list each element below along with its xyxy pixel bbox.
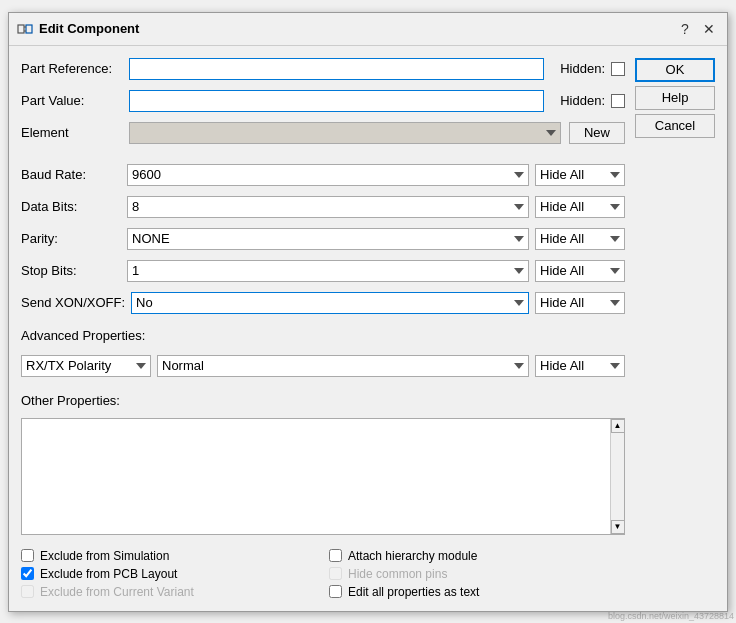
title-bar: Edit Component ? ✕ [9, 13, 727, 46]
scroll-down-btn[interactable]: ▼ [611, 520, 625, 534]
send-xon-label: Send XON/XOFF: [21, 295, 125, 310]
close-button[interactable]: ✕ [699, 19, 719, 39]
exclude-pcb-row: Exclude from PCB Layout [21, 567, 317, 581]
svg-rect-1 [26, 25, 32, 33]
help-button[interactable]: Help [635, 86, 715, 110]
checkboxes-area: Exclude from Simulation Exclude from PCB… [21, 549, 625, 599]
dialog-body: Part Reference: Hidden: Part Value: Hidd… [9, 46, 727, 611]
exclude-variant-row: Exclude from Current Variant [21, 585, 317, 599]
title-bar-controls: ? ✕ [675, 19, 719, 39]
attach-hierarchy-row: Attach hierarchy module [329, 549, 625, 563]
part-reference-label: Part Reference: [21, 61, 121, 76]
element-row: Element New [21, 122, 625, 144]
hidden-label-1: Hidden: [560, 61, 605, 76]
element-label: Element [21, 125, 121, 140]
other-props-text: Other Properties: [21, 393, 120, 408]
exclude-pcb-checkbox[interactable] [21, 567, 34, 580]
edit-all-props-checkbox[interactable] [329, 585, 342, 598]
other-properties-label: Other Properties: [21, 393, 625, 408]
parity-select[interactable]: NONE ODD EVEN [127, 228, 529, 250]
hidden-label-2: Hidden: [560, 93, 605, 108]
exclude-simulation-checkbox[interactable] [21, 549, 34, 562]
baud-rate-label: Baud Rate: [21, 167, 121, 182]
checkbox-col-right: Attach hierarchy module Hide common pins… [329, 549, 625, 599]
component-icon [17, 21, 33, 37]
parity-hide-select[interactable]: Hide AllShowHide [535, 228, 625, 250]
hide-common-pins-row: Hide common pins [329, 567, 625, 581]
part-ref-hidden-section: Hidden: [552, 61, 625, 76]
parity-label: Parity: [21, 231, 121, 246]
exclude-simulation-label: Exclude from Simulation [40, 549, 169, 563]
part-val-hidden-section: Hidden: [552, 93, 625, 108]
advanced-properties-label: Advanced Properties: [21, 328, 625, 343]
exclude-simulation-row: Exclude from Simulation [21, 549, 317, 563]
advanced-row: RX/TX Polarity Normal Inverted Hide AllS… [21, 355, 625, 377]
part-value-row: Part Value: Hidden: [21, 90, 625, 112]
svg-rect-0 [18, 25, 24, 33]
data-bits-label: Data Bits: [21, 199, 121, 214]
cancel-button[interactable]: Cancel [635, 114, 715, 138]
dialog-title: Edit Component [39, 21, 139, 36]
stop-bits-hide-select[interactable]: Hide AllShowHide [535, 260, 625, 282]
ok-button[interactable]: OK [635, 58, 715, 82]
attach-hierarchy-label: Attach hierarchy module [348, 549, 477, 563]
watermark: blog.csdn.net/weixin_43728814 [608, 611, 734, 621]
baud-rate-row: Baud Rate: 9600 115200 57600 38400 Hide … [21, 164, 625, 186]
baud-rate-hide-select[interactable]: Hide AllShowHide [535, 164, 625, 186]
hide-common-pins-checkbox[interactable] [329, 567, 342, 580]
stop-bits-select[interactable]: 1 1.5 2 [127, 260, 529, 282]
send-xon-hide-select[interactable]: Hide AllShowHide [535, 292, 625, 314]
data-bits-row: Data Bits: 8 7 6 5 Hide AllShowHide [21, 196, 625, 218]
exclude-variant-label: Exclude from Current Variant [40, 585, 194, 599]
data-bits-select[interactable]: 8 7 6 5 [127, 196, 529, 218]
textarea-scrollbar: ▲ ▼ [610, 419, 624, 534]
other-properties-textarea[interactable] [22, 419, 610, 534]
stop-bits-label: Stop Bits: [21, 263, 121, 278]
edit-all-props-label: Edit all properties as text [348, 585, 479, 599]
title-bar-left: Edit Component [17, 21, 139, 37]
help-icon-btn[interactable]: ? [675, 19, 695, 39]
send-xon-row: Send XON/XOFF: No Yes Hide AllShowHide [21, 292, 625, 314]
part-val-hidden-checkbox[interactable] [611, 94, 625, 108]
baud-rate-select[interactable]: 9600 115200 57600 38400 [127, 164, 529, 186]
other-properties-wrap: ▲ ▼ [21, 418, 625, 535]
data-bits-hide-select[interactable]: Hide AllShowHide [535, 196, 625, 218]
sidebar-buttons: OK Help Cancel [635, 58, 715, 599]
advanced-hide-select[interactable]: Hide AllShowHide [535, 355, 625, 377]
edit-component-dialog: Edit Component ? ✕ Part Reference: Hidde… [8, 12, 728, 612]
part-value-label: Part Value: [21, 93, 121, 108]
scroll-up-btn[interactable]: ▲ [611, 419, 625, 433]
advanced-prop2-select[interactable]: Normal Inverted [157, 355, 529, 377]
element-select[interactable] [129, 122, 561, 144]
send-xon-select[interactable]: No Yes [131, 292, 529, 314]
new-button[interactable]: New [569, 122, 625, 144]
stop-bits-row: Stop Bits: 1 1.5 2 Hide AllShowHide [21, 260, 625, 282]
exclude-pcb-label: Exclude from PCB Layout [40, 567, 177, 581]
spacer-1 [21, 152, 625, 156]
parity-row: Parity: NONE ODD EVEN Hide AllShowHide [21, 228, 625, 250]
part-reference-input[interactable] [129, 58, 544, 80]
part-reference-row: Part Reference: Hidden: [21, 58, 625, 80]
exclude-variant-checkbox[interactable] [21, 585, 34, 598]
part-ref-hidden-checkbox[interactable] [611, 62, 625, 76]
part-value-input[interactable] [129, 90, 544, 112]
main-content: Part Reference: Hidden: Part Value: Hidd… [21, 58, 625, 599]
advanced-prop1-select[interactable]: RX/TX Polarity [21, 355, 151, 377]
edit-all-props-row: Edit all properties as text [329, 585, 625, 599]
checkbox-col-left: Exclude from Simulation Exclude from PCB… [21, 549, 317, 599]
hide-common-pins-label: Hide common pins [348, 567, 447, 581]
attach-hierarchy-checkbox[interactable] [329, 549, 342, 562]
